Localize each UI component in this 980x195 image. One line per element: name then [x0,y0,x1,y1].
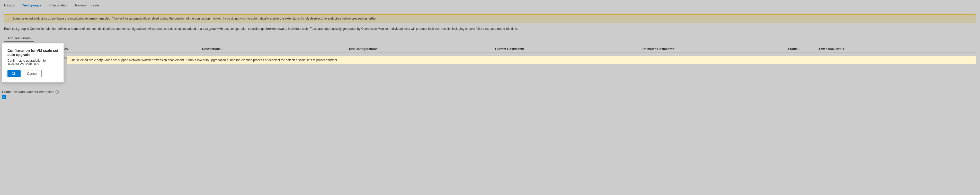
confirmation-dialog: Confirmation for VM scale set auto upgra… [2,43,64,79]
dialog-body: Confirm auto upgradation for selected VM… [8,59,58,66]
dialog-overlay: Confirmation for VM scale set auto upgra… [0,0,980,79]
dialog-cancel-button[interactable]: Cancel [22,70,42,77]
vm-scale-warning: The selected scale set(s) does not suppo… [67,56,976,64]
dialog-buttons: OK Cancel [8,70,58,77]
dialog-title: Confirmation for VM scale set auto upgra… [8,49,58,57]
dialog-ok-button[interactable]: OK [8,70,21,77]
